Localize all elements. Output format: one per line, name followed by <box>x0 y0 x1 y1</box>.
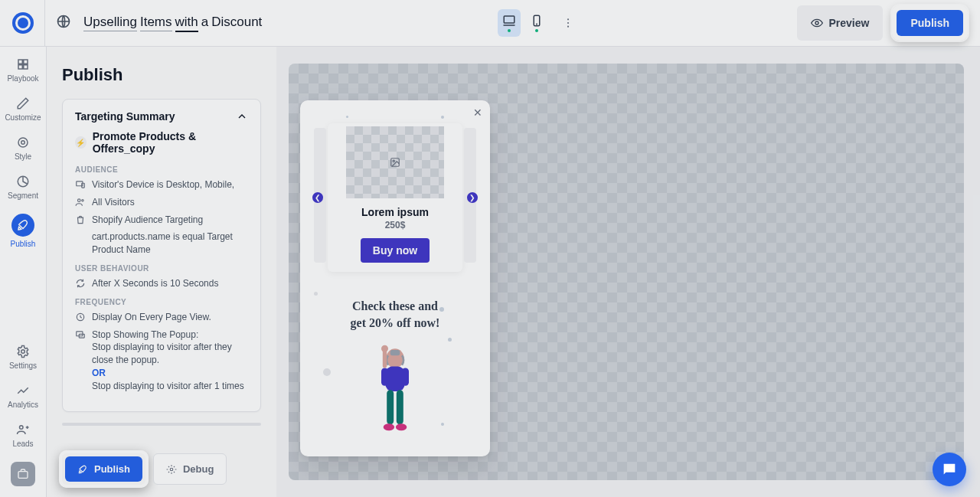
rail-analytics[interactable]: Analytics <box>8 384 38 409</box>
card-header[interactable]: Targeting Summary <box>75 110 248 123</box>
svg-rect-1 <box>504 16 514 23</box>
leads-icon <box>16 423 30 437</box>
svg-point-12 <box>18 138 28 147</box>
svg-point-37 <box>384 423 394 430</box>
svg-point-21 <box>82 199 83 201</box>
left-panel: Publish Targeting Summary ⚡ Promote Prod… <box>47 47 276 497</box>
page-title-input[interactable]: UpsellingItemswithaDiscount <box>83 15 265 32</box>
preview-popup: ✕ ❮ ❯ Lorem ipsum 250$ Buy now Check the… <box>300 100 490 456</box>
svg-point-25 <box>170 468 173 471</box>
svg-point-38 <box>396 423 407 430</box>
section-audience-label: AUDIENCE <box>75 165 248 174</box>
globe-icon[interactable] <box>56 14 71 32</box>
publish-top-button[interactable]: Publish <box>897 10 963 36</box>
rocket-icon <box>11 214 34 237</box>
preview-label: Preview <box>829 17 870 29</box>
product-title: Lorem ipsum <box>332 206 458 218</box>
status-dot-icon <box>508 29 511 32</box>
briefcase-icon <box>17 468 29 480</box>
canvas: ✕ ❮ ❯ Lorem ipsum 250$ Buy now Check the… <box>289 64 964 480</box>
section-behaviour-label: USER BEHAVIOUR <box>75 264 248 273</box>
rail-briefcase-button[interactable] <box>11 462 35 486</box>
rail-segment[interactable]: Segment <box>8 175 38 200</box>
chevron-up-icon <box>236 110 248 123</box>
devices-icon <box>75 179 86 190</box>
svg-rect-29 <box>390 350 400 355</box>
carousel-next-button[interactable]: ❯ <box>467 192 478 203</box>
popup-icon <box>75 329 86 340</box>
svg-rect-30 <box>385 367 404 391</box>
target-icon <box>16 136 30 149</box>
bag-icon <box>75 214 86 225</box>
pencil-icon <box>16 96 30 110</box>
status-dot-icon <box>535 29 538 32</box>
gear-icon <box>166 464 177 475</box>
svg-point-13 <box>21 141 25 145</box>
gear-icon <box>16 345 30 358</box>
svg-rect-31 <box>381 368 388 386</box>
svg-point-4 <box>567 18 569 20</box>
audience-shopify-row: Shopify Audience Targeting <box>75 214 248 227</box>
publish-bottom-button[interactable]: Publish <box>65 456 142 482</box>
users-icon <box>75 197 86 208</box>
targeting-card: Targeting Summary ⚡ Promote Products & O… <box>62 99 261 412</box>
frequency-stop-row: Stop Showing The Popup: Stop displaying … <box>75 329 248 393</box>
rail-publish[interactable]: Publish <box>11 214 36 248</box>
refresh-icon <box>75 278 86 289</box>
rocket-icon <box>77 464 88 475</box>
eye-icon <box>811 17 823 29</box>
rail-settings[interactable]: Settings <box>9 345 37 370</box>
rail-playbook[interactable]: Playbook <box>7 57 38 83</box>
segment-icon <box>16 175 30 188</box>
audience-shopify-sub: cart.products.name is equal Target Produ… <box>92 231 248 257</box>
divider <box>44 0 45 47</box>
character-illustration <box>368 342 423 441</box>
rail-label: Style <box>15 152 31 161</box>
image-placeholder-icon <box>346 126 444 198</box>
svg-point-3 <box>537 24 537 25</box>
svg-point-7 <box>815 21 818 25</box>
svg-point-20 <box>78 199 81 202</box>
device-desktop-button[interactable] <box>498 9 521 37</box>
svg-rect-32 <box>402 368 409 386</box>
svg-rect-35 <box>387 390 394 424</box>
carousel: ❮ ❯ Lorem ipsum 250$ Buy now <box>314 123 476 272</box>
buy-now-button[interactable]: Buy now <box>361 238 430 263</box>
grid-icon <box>16 57 30 71</box>
product-card: Lorem ipsum 250$ Buy now <box>328 123 462 272</box>
rail-customize[interactable]: Customize <box>5 96 41 122</box>
app-logo[interactable] <box>12 12 34 34</box>
frequency-display-row: Display On Every Page View. <box>75 311 248 324</box>
topbar: UpsellingItemswithaDiscount Preview Publ… <box>0 0 980 47</box>
rail-label: Customize <box>5 113 41 122</box>
svg-point-5 <box>567 22 569 24</box>
chat-icon <box>941 461 958 478</box>
svg-point-16 <box>20 426 24 430</box>
chat-fab-button[interactable] <box>933 453 966 486</box>
bolt-icon: ⚡ <box>75 136 87 149</box>
rail-label: Leads <box>12 440 33 448</box>
rail-label: Settings <box>9 361 37 370</box>
rail-label: Publish <box>11 240 36 248</box>
audience-device-row: Visitor's Device is Desktop, Mobile, <box>75 178 248 191</box>
popup-close-button[interactable]: ✕ <box>473 106 482 119</box>
card-header-label: Targeting Summary <box>75 110 175 123</box>
publish-top-highlight: Publish <box>892 5 968 41</box>
carousel-prev-button[interactable]: ❮ <box>312 192 323 203</box>
device-mobile-button[interactable] <box>525 9 548 37</box>
section-frequency-label: FREQUENCY <box>75 298 248 306</box>
rail-leads[interactable]: Leads <box>12 423 33 448</box>
rail-style[interactable]: Style <box>15 136 31 161</box>
svg-rect-11 <box>24 65 28 69</box>
panel-title: Publish <box>62 65 261 85</box>
svg-rect-8 <box>18 60 22 64</box>
svg-rect-10 <box>18 65 22 69</box>
progress-track <box>62 423 261 426</box>
promote-title: Promote Products & Offers_copy <box>93 130 248 155</box>
behaviour-row: After X Seconds is 10 Seconds <box>75 277 248 290</box>
preview-button[interactable]: Preview <box>797 5 884 41</box>
audience-all-row: All Visitors <box>75 196 248 209</box>
rail-label: Segment <box>8 191 38 200</box>
debug-button[interactable]: Debug <box>153 453 227 485</box>
more-menu-button[interactable] <box>559 14 577 32</box>
